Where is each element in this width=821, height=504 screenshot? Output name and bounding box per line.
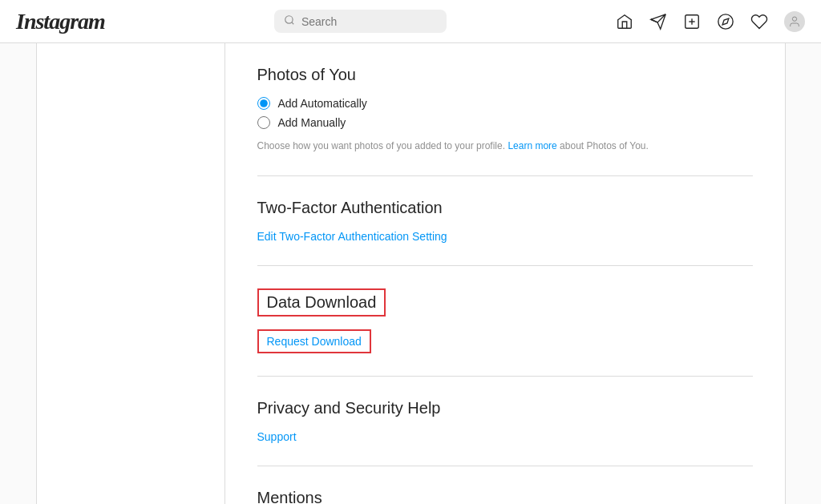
settings-sidebar	[36, 43, 225, 504]
photos-description: Choose how you want photos of you added …	[257, 139, 753, 153]
photos-of-you-title: Photos of You	[257, 66, 753, 84]
home-icon[interactable]	[616, 13, 633, 30]
two-factor-title: Two-Factor Authentication	[257, 199, 753, 217]
svg-point-0	[285, 16, 293, 23]
navbar: Instagram	[0, 0, 821, 43]
add-manually-label: Add Manually	[278, 116, 346, 129]
data-download-title-wrapper: Data Download	[257, 288, 386, 317]
privacy-help-title: Privacy and Security Help	[257, 399, 753, 417]
add-automatically-option: Add Automatically	[257, 97, 753, 110]
svg-point-6	[718, 14, 733, 28]
add-automatically-radio[interactable]	[257, 97, 270, 110]
photos-radio-group: Add Automatically Add Manually	[257, 97, 753, 129]
svg-point-8	[792, 17, 796, 21]
search-bar[interactable]	[274, 10, 447, 33]
nav-icons	[616, 11, 805, 32]
content-area: Photos of You Add Automatically Add Manu…	[36, 43, 786, 504]
add-automatically-label: Add Automatically	[278, 97, 367, 110]
add-manually-option: Add Manually	[257, 116, 753, 129]
privacy-help-section: Privacy and Security Help Support	[257, 377, 753, 466]
svg-line-1	[292, 22, 294, 25]
support-link[interactable]: Support	[257, 430, 297, 443]
data-download-section: Data Download Request Download	[257, 266, 753, 377]
mentions-title: Mentions	[257, 489, 753, 504]
data-download-title: Data Download	[267, 293, 377, 311]
settings-main: Photos of You Add Automatically Add Manu…	[225, 43, 786, 504]
request-download-button[interactable]: Request Download	[257, 329, 371, 353]
two-factor-link[interactable]: Edit Two-Factor Authentication Setting	[257, 230, 447, 243]
instagram-logo: Instagram	[16, 9, 105, 34]
compass-icon[interactable]	[717, 13, 734, 30]
heart-icon[interactable]	[750, 13, 768, 30]
mentions-section: Mentions Allow @mentions From	[257, 466, 753, 504]
two-factor-section: Two-Factor Authentication Edit Two-Facto…	[257, 176, 753, 266]
learn-more-link[interactable]: Learn more	[508, 140, 556, 151]
page-wrapper: Photos of You Add Automatically Add Manu…	[0, 43, 821, 504]
send-icon[interactable]	[649, 13, 667, 30]
avatar[interactable]	[784, 11, 805, 32]
search-input[interactable]	[301, 15, 437, 28]
search-icon	[284, 14, 295, 28]
svg-marker-7	[722, 18, 729, 25]
add-manually-radio[interactable]	[257, 116, 270, 129]
photos-of-you-section: Photos of You Add Automatically Add Manu…	[257, 43, 753, 176]
new-post-icon[interactable]	[683, 13, 701, 30]
